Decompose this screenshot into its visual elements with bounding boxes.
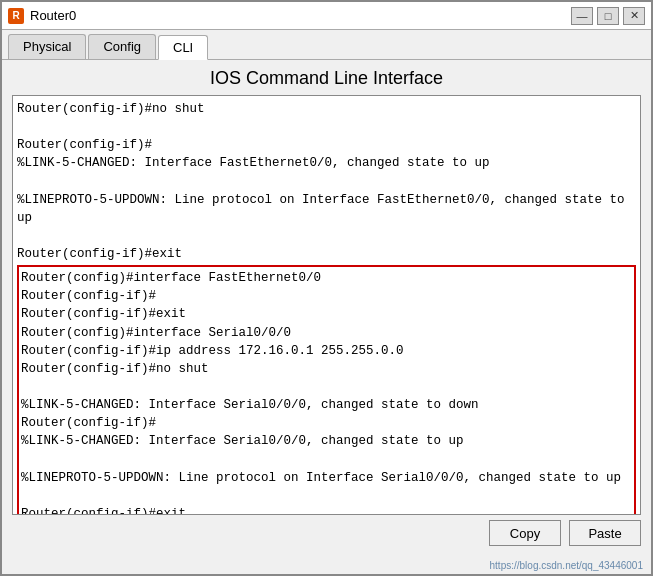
maximize-button[interactable]: □ — [597, 7, 619, 25]
page-title: IOS Command Line Interface — [2, 60, 651, 95]
terminal-pre-text: Router(config-if)#no shut Router(config-… — [17, 100, 636, 263]
paste-button[interactable]: Paste — [569, 520, 641, 546]
terminal-highlight-content: Router(config)#interface FastEthernet0/0… — [21, 271, 621, 515]
router-window: R Router0 — □ ✕ Physical Config CLI IOS … — [0, 0, 653, 576]
minimize-button[interactable]: — — [571, 7, 593, 25]
copy-button[interactable]: Copy — [489, 520, 561, 546]
title-bar: R Router0 — □ ✕ — [2, 2, 651, 30]
tab-physical[interactable]: Physical — [8, 34, 86, 59]
button-row: Copy Paste — [12, 515, 641, 554]
watermark: https://blog.csdn.net/qq_43446001 — [2, 560, 651, 574]
window-controls: — □ ✕ — [571, 7, 645, 25]
close-button[interactable]: ✕ — [623, 7, 645, 25]
cli-area: Router(config-if)#no shut Router(config-… — [12, 95, 641, 554]
terminal-output[interactable]: Router(config-if)#no shut Router(config-… — [12, 95, 641, 515]
terminal-highlighted-text: Router(config)#interface FastEthernet0/0… — [17, 265, 636, 515]
tab-cli[interactable]: CLI — [158, 35, 208, 60]
window-title: Router0 — [30, 8, 571, 23]
tab-config[interactable]: Config — [88, 34, 156, 59]
tab-bar: Physical Config CLI — [2, 30, 651, 60]
app-icon: R — [8, 8, 24, 24]
